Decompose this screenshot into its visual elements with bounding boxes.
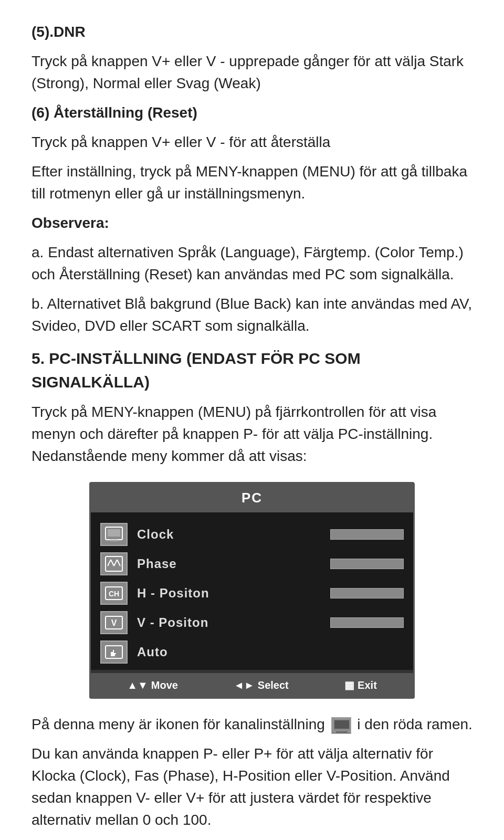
hpos-icon: CH bbox=[100, 582, 128, 605]
svg-rect-3 bbox=[106, 556, 122, 571]
pc-menu-title: PC bbox=[91, 484, 413, 512]
svg-rect-15 bbox=[336, 731, 348, 733]
pc-menu-row-clock: Clock bbox=[91, 520, 413, 549]
menu-note: Efter inställning, tryck på MENY-knappen… bbox=[32, 161, 472, 205]
svg-line-5 bbox=[111, 560, 114, 566]
section5-intro: Tryck på MENY-knappen (MENU) på fjärrkon… bbox=[32, 401, 472, 467]
pc-menu-body: Clock Phase bbox=[91, 512, 413, 670]
footer-select: ◄► Select bbox=[234, 677, 289, 693]
post-menu-text1: På denna meny är ikonen för kanalinställ… bbox=[32, 713, 472, 736]
pc-menu-row-phase: Phase bbox=[91, 549, 413, 579]
post-menu-text2: Du kan använda knappen P- eller P+ för a… bbox=[32, 743, 472, 831]
pc-menu-footer: ▲▼ Move ◄► Select ▦ Exit bbox=[91, 673, 413, 697]
footer-select-label: Select bbox=[258, 677, 289, 693]
svg-rect-2 bbox=[110, 540, 118, 541]
dnr-heading: (5).DNR bbox=[32, 21, 472, 43]
pc-menu: PC Clock bbox=[89, 482, 415, 699]
hpos-bar bbox=[330, 588, 404, 598]
svg-line-7 bbox=[117, 560, 120, 566]
footer-move: ▲▼ Move bbox=[127, 677, 178, 693]
pc-menu-row-vpos: V V - Positon bbox=[91, 608, 413, 637]
dnr-description: Tryck på knappen V+ eller V - upprepade … bbox=[32, 50, 472, 94]
phase-label: Phase bbox=[137, 554, 325, 573]
hpos-label: H - Positon bbox=[137, 584, 325, 603]
auto-icon bbox=[100, 640, 128, 664]
pc-menu-row-hpos: CH H - Positon bbox=[91, 579, 413, 608]
clock-bar bbox=[330, 529, 404, 540]
clock-label: Clock bbox=[137, 525, 325, 544]
pc-menu-row-auto: Auto bbox=[91, 637, 413, 667]
observera-b: b. Alternativet Blå bakgrund (Blue Back)… bbox=[32, 293, 472, 337]
section5-title: 5. PC-INSTÄLLNING (ENDAST FÖR PC SOM SIG… bbox=[32, 346, 472, 394]
phase-bar bbox=[330, 559, 404, 569]
phase-icon bbox=[100, 552, 128, 575]
svg-line-4 bbox=[108, 560, 111, 566]
auto-label: Auto bbox=[137, 643, 404, 662]
svg-text:CH: CH bbox=[109, 590, 119, 598]
svg-text:V: V bbox=[111, 618, 117, 627]
svg-rect-14 bbox=[334, 720, 349, 729]
reset-heading: (6) Återställning (Reset) bbox=[32, 102, 472, 124]
vpos-bar bbox=[330, 617, 404, 628]
observera-a: a. Endast alternativen Språk (Language),… bbox=[32, 242, 472, 286]
vpos-icon: V bbox=[100, 611, 128, 634]
footer-move-label: Move bbox=[151, 677, 178, 693]
channel-icon-inline bbox=[331, 717, 351, 734]
footer-exit-label: Exit bbox=[358, 677, 377, 693]
reset-description: Tryck på knappen V+ eller V - för att åt… bbox=[32, 131, 472, 153]
vpos-label: V - Positon bbox=[137, 613, 325, 632]
svg-rect-1 bbox=[108, 529, 120, 537]
main-content: (5).DNR Tryck på knappen V+ eller V - up… bbox=[32, 21, 472, 831]
footer-exit: ▦ Exit bbox=[344, 677, 377, 693]
clock-icon bbox=[100, 523, 128, 546]
svg-line-6 bbox=[114, 560, 117, 566]
observera-label: Observera: bbox=[32, 212, 472, 234]
